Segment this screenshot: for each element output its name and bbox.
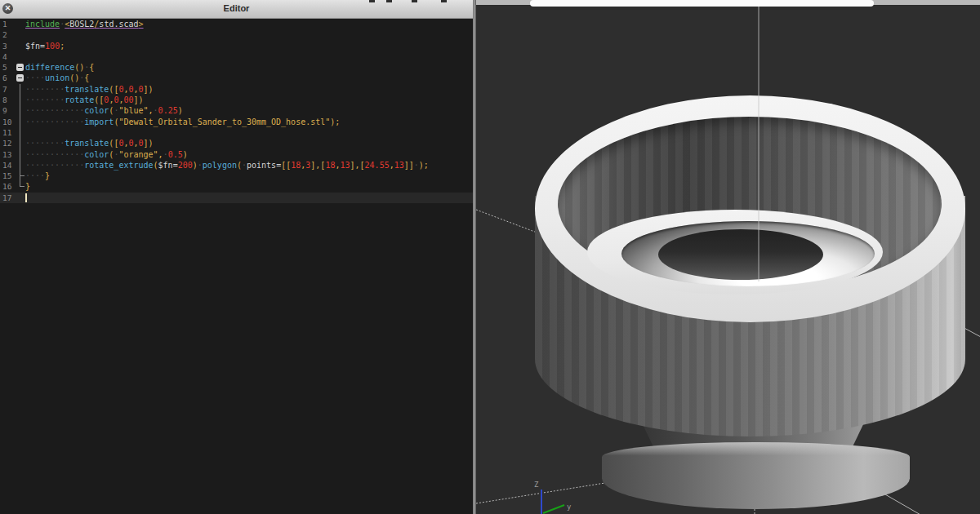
line-number: 3 [0, 41, 16, 51]
code-token: ],[ [310, 161, 325, 170]
code-text: difference()·{ [25, 62, 473, 73]
code-line[interactable]: 8········rotate([0,0,00]) [0, 95, 473, 105]
fold-guide [16, 138, 25, 148]
code-text [25, 127, 473, 138]
code-line[interactable]: 1include·<BOSL2/std.scad> [0, 19, 473, 29]
code-line[interactable]: 4 [0, 51, 473, 62]
code-token: points [247, 161, 276, 170]
code-token: 13 [394, 161, 404, 170]
fold-guide [16, 84, 25, 95]
code-text [25, 29, 473, 40]
code-token: include [25, 20, 60, 29]
code-token: ) [183, 150, 188, 159]
code-text: $fn=100; [25, 41, 473, 51]
fold-guide [16, 171, 25, 181]
axes-over-layer [476, 0, 980, 514]
code-token: ············ [25, 117, 84, 126]
toolbar-fragment-icon [369, 0, 375, 2]
code-token: 100 [45, 42, 60, 51]
code-line[interactable]: 15····} [0, 171, 473, 181]
code-token: 00 [123, 95, 133, 104]
code-token: } [25, 182, 30, 191]
fold-toggle-icon[interactable] [16, 73, 25, 83]
fold-guide [16, 105, 25, 116]
code-text: ········translate([0,0,0]) [25, 138, 473, 148]
toolbar-fragment-icon [386, 0, 392, 2]
text-caret [25, 193, 27, 202]
code-text [25, 51, 473, 62]
code-line[interactable]: 12········translate([0,0,0]) [0, 138, 473, 148]
fold-toggle-icon[interactable] [16, 62, 25, 73]
code-token: ]) [144, 85, 154, 94]
code-token: ); [419, 161, 429, 170]
code-text: ········translate([0,0,0]) [25, 84, 473, 95]
code-token: ]) [134, 95, 144, 104]
code-token: 13 [340, 161, 350, 170]
code-line[interactable]: 5difference()·{ [0, 62, 473, 73]
code-token: difference [25, 63, 74, 72]
line-number: 1 [0, 19, 16, 29]
code-text: ····union()·{ [25, 73, 473, 83]
code-line[interactable]: 13············color(·"orange",·0.5) [0, 149, 473, 160]
code-token: 24.55 [365, 161, 390, 170]
code-token: translate [65, 85, 109, 94]
code-text: ············rotate_extrude($fn=200)·poly… [25, 160, 473, 171]
code-line[interactable]: 2 [0, 29, 473, 40]
code-token: ]] [404, 161, 414, 170]
fold-guide [16, 51, 25, 62]
line-number: 11 [0, 127, 16, 138]
code-token: ) [178, 106, 183, 115]
code-line[interactable]: 9············color(·"blue",·0.25) [0, 105, 473, 116]
line-number: 4 [0, 51, 16, 62]
code-token: { [84, 73, 89, 82]
code-token: $fn [158, 161, 173, 170]
code-token: translate [65, 139, 109, 148]
line-number: 6 [0, 73, 16, 83]
code-token: ([ [109, 85, 118, 94]
code-text [25, 193, 473, 203]
code-token: polygon [203, 161, 237, 170]
code-token: $fn [25, 42, 40, 51]
code-token: ········ [25, 95, 65, 104]
code-token: ([ [109, 139, 118, 148]
code-text: ············import("Dewalt_Orbital_Sande… [25, 117, 473, 127]
3d-viewport[interactable]: Z y [476, 0, 980, 514]
editor-title-bar[interactable]: ✕ Editor [0, 0, 473, 19]
code-editor[interactable]: 1include·<BOSL2/std.scad>23$fn=100;45dif… [0, 19, 473, 514]
code-line[interactable]: 3$fn=100; [0, 41, 473, 51]
code-line[interactable]: 16} [0, 181, 473, 192]
editor-title: Editor [0, 3, 473, 13]
code-token: import [84, 117, 114, 126]
line-number: 13 [0, 149, 16, 160]
line-number: 17 [0, 193, 16, 203]
line-number: 16 [0, 181, 16, 192]
code-token: 0.25 [158, 106, 178, 115]
code-token: ············ [25, 161, 84, 170]
code-token: 0.5 [168, 150, 183, 159]
code-token: { [89, 63, 94, 72]
line-number: 14 [0, 160, 16, 171]
line-number: 8 [0, 95, 16, 105]
fold-guide [16, 19, 25, 29]
code-token: ········ [25, 139, 65, 148]
fold-guide [16, 160, 25, 171]
code-token: ); [330, 117, 340, 126]
fold-guide [16, 127, 25, 138]
code-token: BOSL2 [69, 20, 94, 29]
code-text: ············color(·"orange",·0.5) [25, 149, 473, 160]
code-token: color [84, 106, 109, 115]
code-token: rotate_extrude [84, 161, 153, 170]
code-token: 18 [291, 161, 301, 170]
code-line[interactable]: 10············import("Dewalt_Orbital_San… [0, 117, 473, 127]
line-number: 2 [0, 29, 16, 40]
code-line[interactable]: 7········translate([0,0,0]) [0, 84, 473, 95]
line-number: 7 [0, 84, 16, 95]
code-text: include·<BOSL2/std.scad> [25, 19, 473, 29]
code-line[interactable]: 6····union()·{ [0, 73, 473, 83]
code-line[interactable]: 11 [0, 127, 473, 138]
openscad-window: ✕ Editor 1include·<BOSL2/std.scad>23$fn=… [0, 0, 980, 514]
code-line[interactable]: 17 [0, 193, 473, 203]
code-token: ; [60, 42, 65, 51]
code-line[interactable]: 14············rotate_extrude($fn=200)·po… [0, 160, 473, 171]
line-number: 9 [0, 105, 16, 116]
